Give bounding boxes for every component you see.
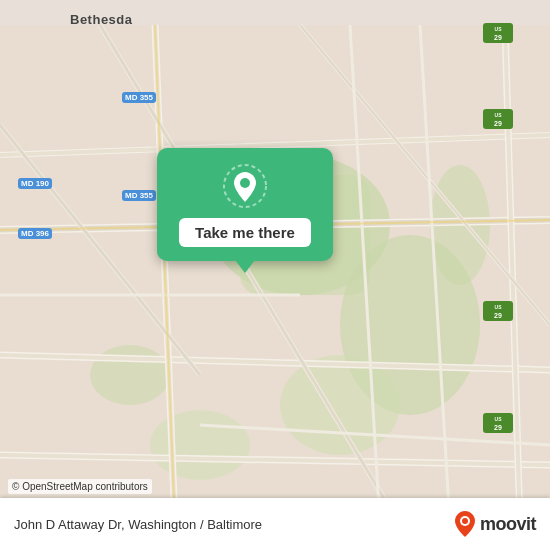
road-badge-md355-mid: MD 355 (122, 190, 156, 201)
svg-text:29: 29 (494, 34, 502, 41)
road-badge-md396: MD 396 (18, 228, 52, 239)
info-bar: John D Attaway Dr, Washington / Baltimor… (0, 498, 550, 550)
svg-text:29: 29 (494, 120, 502, 127)
svg-text:29: 29 (494, 424, 502, 431)
moovit-brand-text: moovit (480, 514, 536, 535)
map-attribution: © OpenStreetMap contributors (8, 479, 152, 494)
svg-point-3 (280, 355, 400, 455)
svg-text:US: US (495, 26, 503, 32)
road-badge-us29-lower: US 29 (482, 300, 514, 326)
location-pin-icon (223, 164, 267, 208)
road-badge-md190: MD 190 (18, 178, 52, 189)
road-badge-us29-top: US 29 (482, 22, 514, 48)
svg-text:US: US (495, 416, 503, 422)
moovit-logo: moovit (454, 510, 536, 538)
svg-point-47 (462, 518, 468, 524)
svg-point-6 (150, 410, 250, 480)
svg-text:US: US (495, 112, 503, 118)
city-label: Bethesda (70, 12, 133, 27)
road-badge-us29-bottom: US 29 (482, 412, 514, 438)
road-badge-md355-top: MD 355 (122, 92, 156, 103)
svg-text:US: US (495, 304, 503, 310)
location-text: John D Attaway Dr, Washington / Baltimor… (14, 517, 262, 532)
svg-point-4 (90, 345, 170, 405)
map-container: Bethesda MD 355 MD 355 MD 190 MD 396 US … (0, 0, 550, 550)
svg-text:29: 29 (494, 312, 502, 319)
svg-point-45 (240, 178, 250, 188)
take-me-there-button[interactable]: Take me there (179, 218, 311, 247)
location-card: Take me there (157, 148, 333, 261)
road-badge-us29-mid: US 29 (482, 108, 514, 134)
moovit-pin-icon (454, 510, 476, 538)
